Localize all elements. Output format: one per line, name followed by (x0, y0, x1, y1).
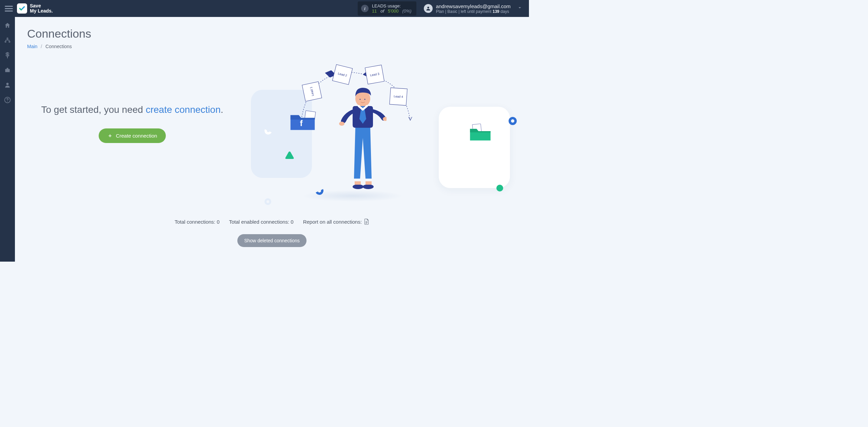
account-dropdown-toggle[interactable] (511, 5, 524, 12)
briefcase-icon (4, 67, 11, 74)
stat-enabled-label: Total enabled connections: (229, 219, 290, 225)
avatar-icon (424, 4, 433, 13)
svg-point-1 (6, 83, 9, 85)
hero-suffix: . (221, 104, 223, 115)
hero-prefix: To get started, you need (41, 104, 145, 115)
breadcrumb-main-link[interactable]: Main (27, 44, 37, 49)
usage-limit: 5'000 (388, 8, 398, 14)
usage-percentage: (0%) (402, 8, 411, 14)
usage-current: 11 (372, 8, 377, 14)
empty-state-illustration: f Lead 1 Lead 2 Lead 3 Lead 4 (251, 63, 517, 205)
stat-enabled: Total enabled connections: 0 (229, 219, 294, 225)
breadcrumb-separator: / (41, 44, 42, 49)
plan-days: 139 (493, 9, 499, 14)
account-plan: Plan | Basic | left until payment 139 da… (436, 9, 511, 14)
svg-text:f: f (300, 119, 303, 128)
logo-line1: Save (30, 3, 53, 8)
plan-mid: | left until payment (458, 9, 491, 14)
lead-card-3: Lead 3 (365, 65, 384, 84)
sidebar-item-briefcase[interactable] (4, 66, 11, 74)
plan-prefix: Plan | (436, 9, 446, 14)
menu-toggle-button[interactable] (5, 4, 13, 13)
logo-line2: My Leads. (30, 8, 53, 14)
svg-point-7 (360, 99, 361, 100)
svg-point-8 (364, 99, 366, 100)
sidebar (0, 17, 15, 262)
sidebar-item-home[interactable] (4, 22, 11, 29)
main-content: Connections Main / Connections To get st… (15, 17, 529, 262)
plus-icon: ＋ (107, 133, 113, 139)
stat-total: Total connections: 0 (175, 219, 220, 225)
stat-report: Report on all connections: (303, 219, 369, 225)
stat-enabled-value: 0 (291, 219, 293, 225)
dollar-icon (4, 52, 11, 59)
sidebar-item-help[interactable] (4, 96, 11, 104)
show-deleted-button[interactable]: Show deleted connections (237, 234, 306, 247)
plan-days-word: days (500, 9, 509, 14)
app-logo-text: Save My Leads. (30, 3, 53, 14)
usage-label: LEADS usage: (372, 3, 412, 8)
sidebar-item-billing[interactable] (4, 52, 11, 59)
stat-report-label: Report on all connections: (303, 219, 362, 225)
person-illustration (339, 86, 387, 195)
page-title: Connections (27, 27, 517, 40)
svg-point-0 (427, 7, 429, 8)
lead-card-1: Lead 1 (302, 81, 322, 101)
home-icon (4, 22, 11, 29)
account-email: andrewsavemyleads@gmail.com (436, 3, 511, 9)
svg-rect-13 (355, 181, 361, 185)
svg-point-9 (339, 122, 344, 126)
lead-card-2: Lead 2 (332, 64, 353, 85)
facebook-folder-icon: f (288, 110, 317, 132)
plan-name: Basic (448, 9, 457, 14)
create-connection-button[interactable]: ＋ Create connection (99, 128, 166, 143)
create-button-label: Create connection (116, 133, 157, 139)
breadcrumb: Main / Connections (27, 44, 517, 49)
stat-total-value: 0 (217, 219, 219, 225)
triangle-decoration-icon (285, 151, 294, 160)
sidebar-item-account[interactable] (4, 81, 11, 89)
usage-of: of (380, 8, 384, 14)
svg-point-12 (363, 184, 374, 189)
app-logo-icon (17, 3, 27, 14)
user-icon (4, 82, 11, 88)
breadcrumb-current: Connections (45, 44, 72, 49)
info-icon: i (361, 5, 369, 12)
empty-state-message: To get started, you need create connecti… (27, 103, 237, 116)
report-download-button[interactable] (364, 219, 369, 225)
stats-row: Total connections: 0 Total enabled conne… (27, 219, 517, 225)
sidebar-item-connections[interactable] (4, 37, 11, 44)
lead-card-4: Lead 4 (389, 87, 407, 105)
svg-rect-14 (366, 181, 372, 185)
topbar: Save My Leads. i LEADS usage: 11 of 5'00… (0, 0, 529, 17)
connections-icon (4, 37, 11, 44)
stat-total-label: Total connections: (175, 219, 215, 225)
target-folder-icon (468, 124, 493, 142)
help-icon (4, 97, 11, 103)
hero-create-link[interactable]: create connection (146, 104, 221, 115)
account-box[interactable]: andrewsavemyleads@gmail.com Plan | Basic… (424, 3, 511, 14)
svg-point-11 (353, 184, 363, 189)
leads-usage-box[interactable]: i LEADS usage: 11 of 5'000 (0%) (358, 1, 416, 16)
